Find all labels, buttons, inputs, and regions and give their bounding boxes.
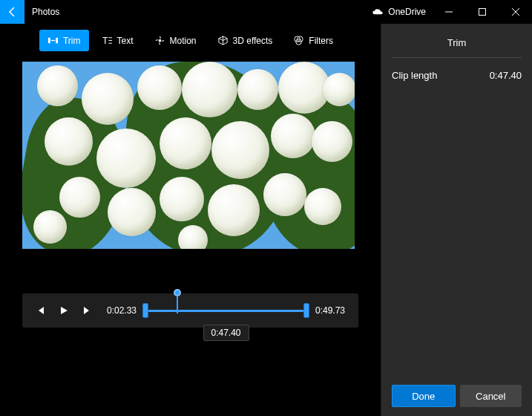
clip-length-label: Clip length	[392, 70, 437, 81]
trim-start-handle[interactable]	[142, 303, 148, 318]
current-time: 0:02.33	[101, 305, 142, 316]
text-tab[interactable]: T Text	[93, 30, 142, 51]
previous-frame-button[interactable]	[30, 300, 50, 321]
motion-tab[interactable]: Motion	[146, 30, 205, 51]
playhead[interactable]	[174, 289, 181, 313]
cancel-button[interactable]: Cancel	[460, 385, 522, 407]
cube-icon	[217, 35, 229, 46]
cloud-icon	[372, 8, 384, 16]
svg-rect-4	[48, 38, 50, 44]
svg-text:T: T	[102, 36, 108, 46]
3d-effects-tab[interactable]: 3D effects	[209, 30, 281, 51]
end-time: 0:49.73	[309, 305, 351, 316]
svg-point-11	[158, 39, 161, 42]
back-button[interactable]	[0, 0, 24, 24]
edit-toolbar: Trim T Text Motion 3D effects Filters	[0, 24, 381, 62]
clip-length-value: 0:47.40	[490, 70, 522, 81]
svg-rect-5	[56, 38, 58, 44]
onedrive-label: OneDrive	[388, 7, 426, 17]
trim-panel: Trim Clip length 0:47.40 Done Cancel	[381, 24, 532, 416]
panel-title: Trim	[392, 24, 522, 58]
filters-icon	[293, 35, 304, 46]
onedrive-status[interactable]: OneDrive	[372, 0, 432, 24]
selected-duration: 0:47.40	[203, 325, 249, 341]
app-title: Photos	[24, 0, 59, 24]
svg-rect-1	[479, 9, 485, 16]
minimize-button[interactable]	[432, 0, 465, 24]
filters-tab[interactable]: Filters	[285, 30, 341, 51]
trim-end-handle[interactable]	[303, 303, 309, 318]
done-button[interactable]: Done	[392, 385, 456, 407]
next-frame-button[interactable]	[77, 300, 98, 321]
maximize-button[interactable]	[465, 0, 499, 24]
playback-controls: 0:02.33 0:47.40 0:49.73	[22, 293, 358, 328]
text-icon: T	[102, 35, 113, 46]
video-preview[interactable]	[22, 62, 355, 249]
motion-icon	[154, 35, 165, 46]
close-button[interactable]	[499, 0, 532, 24]
trim-tab[interactable]: Trim	[39, 30, 89, 51]
trim-icon	[47, 35, 59, 46]
play-button[interactable]	[53, 300, 74, 321]
trim-track[interactable]: 0:47.40	[145, 299, 306, 322]
